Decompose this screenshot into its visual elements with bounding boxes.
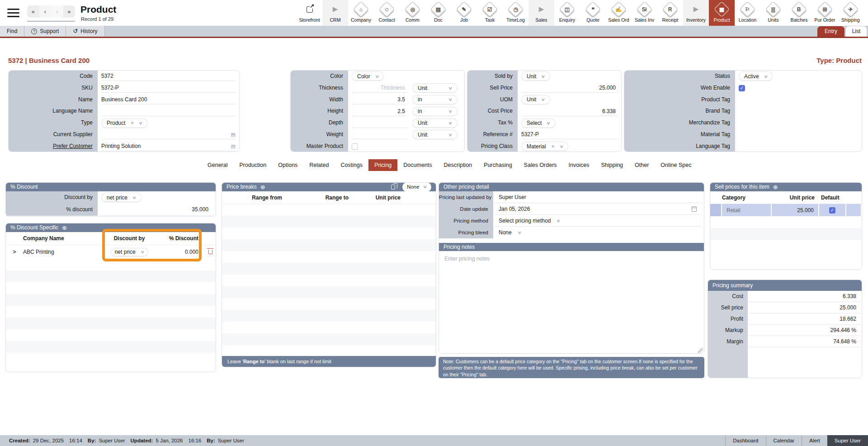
toolbar-item-company[interactable]: ⌂Company bbox=[348, 0, 374, 26]
entry-tab[interactable]: Entry bbox=[817, 26, 844, 37]
tab-shipping[interactable]: Shipping bbox=[595, 159, 629, 171]
tab-other[interactable]: Other bbox=[629, 159, 655, 171]
sell-price-row[interactable]: Retail 25.000 ✓ bbox=[710, 204, 862, 216]
row-discount-by-select[interactable]: net price∨ bbox=[110, 248, 149, 256]
toolbar-item-receipt[interactable]: RReceipt bbox=[657, 0, 683, 26]
input-width[interactable] bbox=[352, 95, 407, 104]
clear-icon[interactable]: × bbox=[552, 143, 555, 150]
input-height[interactable] bbox=[352, 107, 407, 116]
row-expand-icon[interactable]: > bbox=[6, 249, 23, 255]
input-prefer-customer[interactable] bbox=[101, 142, 236, 151]
copy-icon[interactable] bbox=[391, 185, 395, 190]
toolbar-item-storefront[interactable]: ↗Storefront bbox=[297, 0, 322, 26]
select-unit-height[interactable]: in∨ bbox=[412, 107, 458, 116]
toolbar-item-contact[interactable]: ☺Contact bbox=[374, 0, 400, 26]
input-name[interactable] bbox=[101, 95, 236, 104]
input-sell-price[interactable] bbox=[521, 83, 618, 93]
tab-description[interactable]: Description bbox=[438, 159, 478, 171]
toolbar-item-sales-inv[interactable]: SiSales Inv bbox=[632, 0, 657, 26]
toolbar-item-comm[interactable]: ◎Comm bbox=[400, 0, 425, 26]
footer-user[interactable]: Super User bbox=[827, 435, 868, 446]
toolbar-item-product[interactable]: ▦Product bbox=[709, 0, 735, 26]
toolbar-item-doc[interactable]: ▤Doc bbox=[425, 0, 451, 26]
resize-handle[interactable] bbox=[698, 348, 703, 353]
tab-general[interactable]: General bbox=[202, 159, 233, 171]
footer-link-dashboard[interactable]: Dashboard bbox=[725, 435, 765, 446]
tab-related[interactable]: Related bbox=[303, 159, 335, 171]
toolbar-item-units[interactable]: |||Units bbox=[760, 0, 786, 26]
footer-link-calendar[interactable]: Calendar bbox=[766, 435, 802, 446]
discount-by-select[interactable]: net price∨ bbox=[101, 193, 142, 202]
select-unit-depth[interactable]: Unit∨ bbox=[412, 119, 458, 128]
checkbox-web-enable[interactable]: ✓ bbox=[739, 85, 745, 91]
nav-last-button[interactable]: » bbox=[63, 5, 75, 18]
toolbar-item-timelog[interactable]: ◷TimeLog bbox=[503, 0, 528, 26]
default-checkbox[interactable]: ✓ bbox=[829, 207, 835, 214]
delete-row-icon[interactable] bbox=[208, 250, 212, 254]
hamburger-menu-icon[interactable] bbox=[7, 9, 19, 17]
select-unit-width[interactable]: in∨ bbox=[412, 95, 458, 104]
tab-production[interactable]: Production bbox=[233, 159, 272, 171]
select-unit-thickness[interactable]: Unit∨ bbox=[412, 83, 458, 93]
toolbar-item-location[interactable]: ⚐Location bbox=[735, 0, 760, 26]
input-reference-[interactable] bbox=[521, 130, 618, 139]
select-tax-[interactable]: Select∨ bbox=[521, 119, 556, 128]
select-uom[interactable]: Unit∨ bbox=[521, 95, 550, 104]
unit-price-cell[interactable]: 25.000 bbox=[772, 204, 819, 216]
input-code[interactable] bbox=[101, 71, 236, 81]
value-pricing-method[interactable]: Select pricing method bbox=[499, 218, 551, 224]
calendar-icon[interactable] bbox=[692, 206, 697, 212]
nav-next-button[interactable]: › bbox=[51, 5, 63, 18]
tab-purchasing[interactable]: Purchasing bbox=[478, 159, 518, 171]
select-unit-weight[interactable]: Unit∨ bbox=[412, 130, 458, 139]
input-depth[interactable] bbox=[352, 119, 407, 128]
quickbar-tab-history[interactable]: ↺History bbox=[66, 26, 104, 37]
select-status[interactable]: Active∨ bbox=[739, 71, 773, 81]
tab-documents[interactable]: Documents bbox=[397, 159, 438, 171]
select-sold-by[interactable]: Unit∨ bbox=[521, 71, 550, 81]
toolbar-item-sales-ord[interactable]: ✍Sales Ord bbox=[606, 0, 632, 26]
toolbar-item-quote[interactable]: ❝Quote bbox=[580, 0, 606, 26]
input-cost-price[interactable] bbox=[521, 107, 618, 116]
nav-prev-button[interactable]: ‹ bbox=[39, 5, 52, 18]
toolbar-item-shipping[interactable]: ✈Shipping bbox=[838, 0, 863, 26]
lookup-icon[interactable]: ▤ bbox=[231, 143, 236, 149]
input-current-supplier[interactable] bbox=[101, 130, 236, 139]
add-discount-specific-button[interactable]: ⊕ bbox=[62, 225, 67, 231]
select-pricing-class[interactable]: Material×∨ bbox=[521, 142, 568, 151]
add-price-break-button[interactable]: ⊕ bbox=[260, 184, 265, 190]
tab-invoices[interactable]: Invoices bbox=[563, 159, 595, 171]
input-thickness[interactable] bbox=[352, 83, 407, 93]
add-sell-price-button[interactable]: ⊕ bbox=[773, 184, 778, 190]
field-label-link[interactable]: Prefer Customer bbox=[53, 143, 93, 149]
tab-online-spec[interactable]: Online Spec bbox=[655, 159, 697, 171]
toolbar-item-job[interactable]: ✎Job bbox=[451, 0, 477, 26]
value-date-update[interactable]: Jan 05, 2026 bbox=[499, 206, 530, 212]
select-color[interactable]: Color∨ bbox=[352, 71, 384, 81]
toolbar-item-pur-order[interactable]: ⊞Pur Order bbox=[812, 0, 838, 26]
percent-discount-value[interactable]: 35.000 bbox=[192, 206, 210, 213]
input-sku[interactable] bbox=[101, 83, 236, 93]
toolbar-item-sales[interactable]: ▶Sales bbox=[528, 0, 554, 26]
toolbar-item-inventory[interactable]: ▶Inventory bbox=[683, 0, 709, 26]
row-percent-discount-cell[interactable]: 0.000 bbox=[158, 249, 205, 255]
nav-first-button[interactable]: « bbox=[27, 5, 39, 18]
tab-costings[interactable]: Costings bbox=[335, 159, 368, 171]
value-pricing-last-updated-by[interactable]: Super User bbox=[499, 194, 526, 200]
input-weight[interactable] bbox=[352, 130, 407, 139]
quickbar-tab-support[interactable]: ?Support bbox=[24, 26, 66, 37]
lookup-icon[interactable]: ▤ bbox=[231, 132, 236, 138]
price-break-mode-select[interactable]: None∨ bbox=[402, 182, 431, 192]
footer-link-alert[interactable]: Alert bbox=[802, 435, 827, 446]
pricing-notes-input[interactable] bbox=[439, 251, 704, 354]
tab-pricing[interactable]: Pricing bbox=[368, 159, 397, 171]
quickbar-tab-find[interactable]: Find bbox=[0, 26, 24, 37]
tab-sales-orders[interactable]: Sales Orders bbox=[518, 159, 563, 171]
list-tab[interactable]: List bbox=[846, 26, 867, 37]
discount-specific-row[interactable]: > ABC Printing net price∨ 0.000 bbox=[6, 245, 216, 259]
tab-options[interactable]: Options bbox=[272, 159, 303, 171]
input-language-name[interactable] bbox=[101, 107, 236, 116]
select-type[interactable]: Product×∨ bbox=[101, 119, 148, 128]
clear-icon[interactable]: × bbox=[131, 120, 134, 126]
toolbar-item-task[interactable]: ☑Task bbox=[477, 0, 503, 26]
